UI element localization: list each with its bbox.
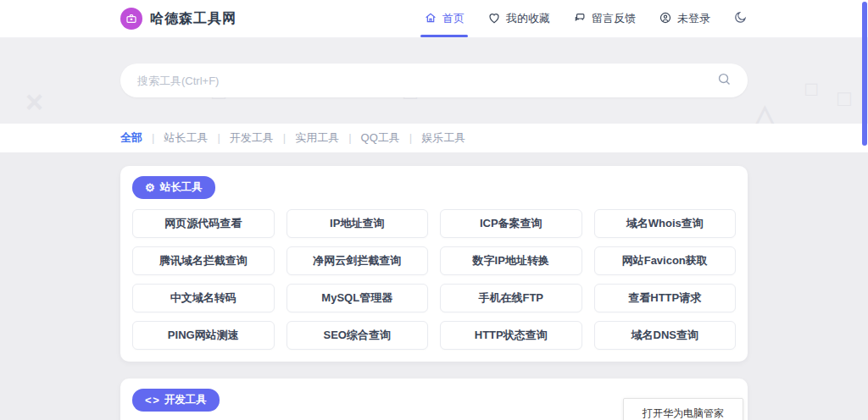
filter-tab[interactable]: 全部 — [120, 130, 142, 146]
nav-label: 我的收藏 — [506, 11, 550, 26]
tool-button[interactable]: 腾讯域名拦截查询 — [132, 246, 275, 275]
section-badge: ⚙ 站长工具 — [132, 176, 215, 199]
filter-tab[interactable]: 开发工具 — [208, 130, 273, 146]
decor-x-icon: × — [25, 87, 43, 118]
tool-button[interactable]: HTTP状态查询 — [440, 321, 582, 350]
brand[interactable]: 哈德森工具网 — [120, 8, 236, 30]
decor-square-icon: □ — [805, 79, 818, 99]
section-webmaster-tools: ⚙ 站长工具 网页源代码查看 IP地址查询 ICP备案查询 域名Whois查询 … — [120, 166, 748, 362]
category-tabs: 全部 站长工具 开发工具 实用工具 QQ工具 娱乐工具 — [0, 130, 465, 146]
section-badge-label: 站长工具 — [160, 180, 203, 195]
tools-grid: 网页源代码查看 IP地址查询 ICP备案查询 域名Whois查询 腾讯域名拦截查… — [132, 209, 736, 350]
tool-button[interactable]: 手机在线FTP — [440, 284, 582, 312]
home-icon — [424, 11, 437, 27]
tool-button[interactable]: 中文域名转码 — [132, 284, 275, 312]
tool-button[interactable]: 查看HTTP请求 — [594, 284, 737, 312]
search-banner: × △ □ ○ □ ○ □ ○ △ □ □ — [0, 38, 868, 124]
gear-icon: ⚙ — [145, 181, 154, 194]
moon-icon — [733, 10, 748, 28]
filter-tab[interactable]: 娱乐工具 — [400, 130, 465, 146]
nav-item-home[interactable]: 首页 — [424, 0, 465, 37]
decor-triangle-icon: △ — [754, 101, 776, 124]
filter-tab[interactable]: 站长工具 — [142, 130, 208, 146]
vertical-scrollbar[interactable] — [862, 2, 867, 146]
tool-button[interactable]: SEO综合查询 — [287, 321, 429, 350]
tool-button[interactable]: 网页源代码查看 — [132, 209, 275, 238]
tool-button[interactable]: 数字IP地址转换 — [440, 246, 582, 275]
nav-label: 首页 — [442, 11, 465, 26]
heart-icon — [487, 11, 501, 27]
tool-button[interactable]: 域名Whois查询 — [594, 209, 737, 238]
nav-label: 未登录 — [677, 11, 710, 26]
tool-button[interactable]: 净网云剑拦截查询 — [287, 246, 429, 275]
tool-button[interactable]: ICP备案查询 — [440, 209, 582, 238]
toolbox-logo-icon — [120, 8, 142, 30]
main-nav: 首页 我的收藏 留言反馈 — [424, 0, 748, 37]
dark-mode-toggle[interactable] — [733, 10, 748, 28]
category-tabs-row: 全部 站长工具 开发工具 实用工具 QQ工具 娱乐工具 — [0, 124, 868, 152]
nav-label: 留言反馈 — [592, 11, 636, 26]
tool-button[interactable]: IP地址查询 — [287, 209, 429, 238]
section-badge: < > 开发工具 — [132, 389, 220, 412]
code-icon: < > — [145, 394, 159, 406]
user-icon — [659, 11, 672, 27]
decor-square-icon: □ — [837, 87, 851, 109]
search-icon[interactable] — [716, 71, 732, 91]
section-badge-label: 开发工具 — [164, 393, 207, 407]
filter-tab[interactable]: QQ工具 — [339, 130, 400, 146]
site-title: 哈德森工具网 — [150, 10, 236, 28]
tool-button[interactable]: MySQL管理器 — [287, 284, 429, 312]
search-bar — [120, 64, 748, 97]
search-input[interactable] — [136, 74, 716, 88]
chat-icon — [573, 11, 587, 27]
tool-button[interactable]: 域名DNS查询 — [594, 321, 737, 350]
main-content: ⚙ 站长工具 网页源代码查看 IP地址查询 ICP备案查询 域名Whois查询 … — [0, 152, 868, 420]
tooltip-text: 打开华为电脑管家 — [643, 406, 724, 420]
system-tooltip: 打开华为电脑管家 — [623, 398, 743, 420]
tool-button[interactable]: PING网站测速 — [132, 321, 275, 350]
nav-item-login[interactable]: 未登录 — [659, 0, 710, 37]
header: 哈德森工具网 首页 我的收藏 — [0, 0, 868, 38]
nav-item-favorites[interactable]: 我的收藏 — [487, 0, 550, 37]
tool-button[interactable]: 网站Favicon获取 — [594, 246, 737, 275]
nav-item-feedback[interactable]: 留言反馈 — [573, 0, 636, 37]
filter-tab[interactable]: 实用工具 — [274, 130, 339, 146]
